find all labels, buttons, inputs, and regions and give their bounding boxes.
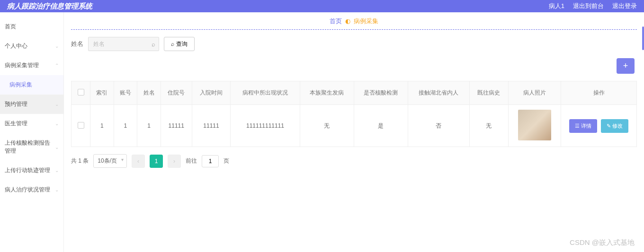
sidebar-item-treatment[interactable]: 病人治疗状况管理 ⌄ xyxy=(0,180,63,200)
cell-nucleic: 是 xyxy=(354,105,408,147)
breadcrumb-sep-icon: ◐ xyxy=(345,17,350,25)
chevron-down-icon: ⌄ xyxy=(55,145,59,150)
col-hubei: 接触湖北省内人 xyxy=(408,81,469,105)
col-nucleic: 是否核酸检测 xyxy=(354,81,408,105)
scroll-indicator[interactable] xyxy=(642,26,644,50)
search-icon: ⌕ xyxy=(171,41,174,47)
search-input[interactable] xyxy=(88,37,159,51)
page-number-button[interactable]: 1 xyxy=(150,155,163,168)
total-text: 共 1 条 xyxy=(71,157,89,165)
sidebar-item-personal[interactable]: 个人中心 ⌄ xyxy=(0,36,63,56)
cell-name: 1 xyxy=(137,105,161,147)
chevron-up-icon: ⌃ xyxy=(55,63,59,68)
divider xyxy=(71,29,637,30)
sidebar-item-label: 预约管理 xyxy=(5,100,27,108)
cell-hospital-no: 11111 xyxy=(161,105,192,147)
search-bar: 姓名 ⌕ ⌕ 查询 xyxy=(64,37,644,58)
sidebar-item-appointment[interactable]: 预约管理 ⌄ xyxy=(0,95,63,114)
sidebar-item-label: 上传行动轨迹管理 xyxy=(5,166,50,174)
detail-button-label: 详情 xyxy=(581,122,591,130)
patient-photo xyxy=(518,110,551,140)
sidebar-item-label: 病人治疗状况管理 xyxy=(5,186,50,194)
prev-page-button[interactable]: ‹ xyxy=(132,155,145,168)
col-family: 本族聚生发病 xyxy=(300,81,354,105)
col-name: 姓名 xyxy=(137,81,161,105)
toolbar: + xyxy=(64,58,644,81)
sidebar-item-label: 首页 xyxy=(5,23,16,31)
jump-suffix: 页 xyxy=(224,157,229,165)
header-actions: 病人1 退出到前台 退出登录 xyxy=(549,2,637,10)
col-status: 病程中所出现状况 xyxy=(231,81,300,105)
sidebar: 首页 个人中心 ⌄ 病例采集管理 ⌃ 病例采集 预约管理 ⌄ 医生管理 ⌄ 上传… xyxy=(0,12,64,252)
cell-status: 111111111111 xyxy=(231,105,300,147)
col-account: 账号 xyxy=(114,81,137,105)
cell-admit-time: 11111 xyxy=(192,105,231,147)
plus-icon: + xyxy=(623,61,628,70)
logout-front-link[interactable]: 退出到前台 xyxy=(573,2,604,10)
cell-hubei: 否 xyxy=(408,105,469,147)
logout-link[interactable]: 退出登录 xyxy=(612,2,637,10)
chevron-down-icon: ⌄ xyxy=(55,187,59,192)
table-row: 1 1 1 11111 11111 111111111111 无 是 否 无 xyxy=(72,105,637,147)
jump-prefix: 前往 xyxy=(186,157,197,165)
app-header: 病人跟踪治疗信息管理系统 病人1 退出到前台 退出登录 xyxy=(0,0,644,12)
search-label: 姓名 xyxy=(71,40,83,48)
col-hospital-no: 住院号 xyxy=(161,81,192,105)
sidebar-item-case-collect[interactable]: 病例采集 xyxy=(0,75,63,95)
table-header-row: 索引 账号 姓名 住院号 入院时间 病程中所出现状况 本族聚生发病 是否核酸检测… xyxy=(72,81,637,105)
col-index: 索引 xyxy=(90,81,114,105)
query-button[interactable]: ⌕ 查询 xyxy=(164,37,195,51)
breadcrumb: 首页 ◐ 病例采集 xyxy=(64,12,644,29)
page-size-select[interactable]: 10条/页 xyxy=(93,154,127,168)
sidebar-item-doctor[interactable]: 医生管理 ⌄ xyxy=(0,114,63,133)
chevron-down-icon: ⌄ xyxy=(55,102,59,107)
sidebar-item-label: 病例采集 xyxy=(9,81,32,89)
query-button-label: 查询 xyxy=(176,40,188,48)
sidebar-item-track[interactable]: 上传行动轨迹管理 ⌄ xyxy=(0,161,63,180)
data-table: 索引 账号 姓名 住院号 入院时间 病程中所出现状况 本族聚生发病 是否核酸检测… xyxy=(71,81,637,147)
col-history: 既往病史 xyxy=(469,81,508,105)
chevron-down-icon: ⌄ xyxy=(55,121,59,126)
next-page-button[interactable]: › xyxy=(168,155,181,168)
sidebar-item-home[interactable]: 首页 xyxy=(0,17,63,36)
breadcrumb-current: 病例采集 xyxy=(354,17,378,25)
edit-button-label: 修改 xyxy=(612,122,623,130)
main-content: 首页 ◐ 病例采集 姓名 ⌕ ⌕ 查询 + xyxy=(64,12,644,252)
cell-family: 无 xyxy=(300,105,354,147)
sidebar-item-label: 医生管理 xyxy=(5,120,27,128)
sidebar-item-case-manage[interactable]: 病例采集管理 ⌃ xyxy=(0,56,63,75)
cell-history: 无 xyxy=(469,105,508,147)
cell-index: 1 xyxy=(90,105,114,147)
select-all-checkbox[interactable] xyxy=(78,89,84,96)
sidebar-item-nucleic-report[interactable]: 上传核酸检测报告管理 ⌄ xyxy=(0,133,63,161)
breadcrumb-home[interactable]: 首页 xyxy=(330,17,342,25)
chevron-down-icon: ⌄ xyxy=(55,168,59,173)
col-admit-time: 入院时间 xyxy=(192,81,231,105)
sidebar-item-label: 上传核酸检测报告管理 xyxy=(5,139,55,155)
add-button[interactable]: + xyxy=(617,58,635,74)
user-name[interactable]: 病人1 xyxy=(549,2,564,10)
edit-icon: ✎ xyxy=(607,123,611,129)
sidebar-item-label: 个人中心 xyxy=(5,42,27,50)
row-checkbox[interactable] xyxy=(78,122,84,129)
sidebar-item-label: 病例采集管理 xyxy=(5,61,39,70)
chevron-down-icon: ⌄ xyxy=(55,43,59,49)
pagination: 共 1 条 10条/页 ‹ 1 › 前往 页 xyxy=(64,147,644,175)
col-action: 操作 xyxy=(561,81,637,105)
detail-button[interactable]: ☰ 详情 xyxy=(569,119,597,133)
list-icon: ☰ xyxy=(575,123,580,129)
app-title: 病人跟踪治疗信息管理系统 xyxy=(7,2,92,11)
cell-account: 1 xyxy=(114,105,137,147)
page-jump-input[interactable] xyxy=(202,155,219,167)
col-photo: 病人照片 xyxy=(508,81,561,105)
edit-button[interactable]: ✎ 修改 xyxy=(601,119,628,133)
